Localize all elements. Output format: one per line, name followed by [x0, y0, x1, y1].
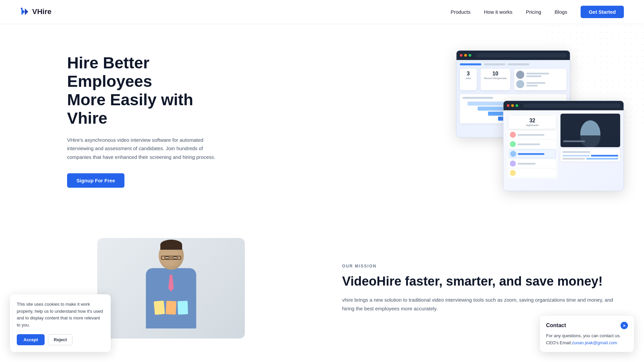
cookie-banner: This site uses cookies to make it work p… — [10, 294, 111, 352]
mission-image — [97, 238, 245, 339]
contact-email[interactable]: zuoan.jeak@gmail.com — [572, 340, 617, 345]
close-dot — [460, 54, 463, 57]
nav-links: Products How it works Pricing Blogs Get … — [451, 6, 624, 18]
mock-bar-1 — [457, 51, 570, 60]
logo[interactable]: VHire — [20, 7, 51, 16]
min-dot-2 — [511, 104, 514, 107]
accept-button[interactable]: Accept — [17, 334, 45, 345]
signup-button[interactable]: Signup For Free — [67, 173, 124, 188]
close-dot-2 — [507, 104, 509, 107]
nav-blogs[interactable]: Blogs — [555, 9, 568, 15]
navbar: VHire Products How it works Pricing Blog… — [0, 0, 644, 23]
logo-icon — [20, 7, 30, 16]
min-dot — [464, 54, 467, 57]
mock-screen-2: 32 Applicants — [503, 101, 624, 191]
get-started-button[interactable]: Get Started — [581, 6, 624, 18]
hero-section: Hire Better Employees More Easily with V… — [0, 23, 644, 211]
contact-title: Contact — [546, 322, 566, 328]
contact-close-button[interactable]: × — [621, 322, 628, 329]
nav-products[interactable]: Products — [451, 9, 471, 15]
cookie-buttons: Accept Reject — [17, 334, 104, 345]
contact-widget: Contact × For any questions, you can con… — [540, 316, 634, 352]
svg-rect-2 — [21, 8, 22, 9]
mission-label: OUR MISSION — [342, 264, 624, 268]
contact-body-text: For any questions, you can contact us.CE… — [546, 333, 621, 345]
cookie-text: This site uses cookies to make it work p… — [17, 301, 104, 329]
hero-title-line2: More Easily with Vhire — [67, 91, 193, 127]
hero-text: Hire Better Employees More Easily with V… — [67, 54, 221, 188]
max-dot-2 — [516, 104, 518, 107]
hero-title-line1: Hire Better Employees — [67, 54, 152, 90]
mock-stat-responses: 10 Recent Responses — [481, 69, 510, 90]
svg-marker-1 — [25, 8, 28, 15]
hero-description: VHire's asynchronous video interview sof… — [67, 136, 221, 162]
logo-text: VHire — [32, 7, 51, 16]
mission-title: VideoHire faster, smarter, and save mone… — [342, 274, 624, 289]
mock-content-2: 32 Applicants — [503, 110, 624, 182]
hero-title: Hire Better Employees More Easily with V… — [67, 54, 221, 128]
mock-bar-2 — [503, 101, 624, 110]
mock-stat-jobs: 3 Jobs — [460, 69, 477, 90]
nav-how-it-works[interactable]: How it works — [484, 9, 513, 15]
reject-button[interactable]: Reject — [48, 334, 72, 345]
mission-description: vhire brings a new solution to tradition… — [342, 296, 624, 313]
max-dot — [469, 54, 471, 57]
mission-text-column: OUR MISSION VideoHire faster, smarter, a… — [322, 264, 624, 313]
nav-pricing[interactable]: Pricing — [526, 9, 541, 15]
contact-body: For any questions, you can contact us.CE… — [546, 333, 628, 347]
contact-header: Contact × — [546, 322, 628, 329]
hero-screenshots: 3 Jobs 10 Recent Responses — [456, 50, 624, 191]
